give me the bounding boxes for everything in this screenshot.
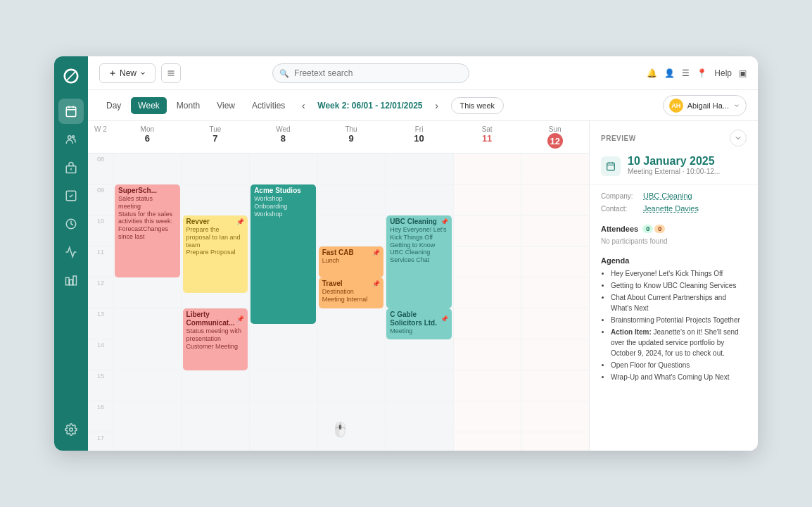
- contact-label: Contact:: [601, 205, 637, 213]
- sidebar-item-sales[interactable]: [58, 268, 84, 293]
- day-header-wed: Wed 8: [249, 121, 317, 153]
- week-range-label: Week 2: 06/01 - 12/01/2025: [315, 101, 425, 111]
- day-headers: W 2 Mon 6 Tue 7 Wed 8 Thu 9: [88, 121, 589, 154]
- event-sub2-revver: Prepare Proposal: [186, 249, 245, 256]
- event-title-fastcab: Fast CAB: [322, 249, 354, 257]
- event-title-ubc: UBC Cleaning: [390, 218, 437, 226]
- event-cgable[interactable]: C Gable Solicitors Ltd. 📌 Meeting: [386, 308, 452, 339]
- event-acme[interactable]: Acme Studios Workshop Onboarding Worksho…: [250, 184, 316, 324]
- this-week-button[interactable]: This week: [451, 97, 505, 114]
- event-info: 10 January 2025 Meeting External · 10:00…: [628, 155, 720, 175]
- cell-tue-17: [182, 432, 250, 451]
- menu-icon[interactable]: ☰: [682, 68, 690, 78]
- prev-week-button[interactable]: ‹: [295, 97, 312, 114]
- svg-rect-10: [66, 277, 70, 285]
- cell-thu-15: [317, 370, 386, 401]
- cell-sat-11: [453, 246, 521, 277]
- event-supersch[interactable]: SuperSch... Sales status meeting Status …: [115, 184, 180, 277]
- cal-header: Day Week Month View Activities ‹ Week 2:…: [88, 90, 758, 121]
- tab-view[interactable]: View: [210, 97, 242, 114]
- cell-sun-13: [521, 308, 589, 339]
- new-button[interactable]: New: [99, 63, 156, 83]
- event-title-cgable: C Gable Solicitors Ltd.: [390, 311, 440, 327]
- event-revver[interactable]: Revver 📌 Prepare the proposal to Ian and…: [183, 215, 248, 293]
- agenda-title: Agenda: [590, 251, 758, 268]
- tab-activities[interactable]: Activities: [245, 97, 292, 114]
- help-label[interactable]: Help: [714, 68, 732, 78]
- event-sub-supersch: Sales status meeting: [118, 195, 177, 211]
- search-icon: 🔍: [279, 68, 289, 77]
- time-15: 15: [88, 370, 113, 401]
- cell-mon-08: [113, 154, 182, 184]
- event-sub-liberty: Status meeting with presentation Custome…: [186, 327, 245, 350]
- cell-sun-14: [521, 339, 589, 370]
- contact-value[interactable]: Jeanette Davies: [643, 204, 699, 213]
- cell-tue-16: [182, 401, 250, 432]
- cell-fri-09: [385, 184, 453, 215]
- preview-label: PREVIEW: [601, 134, 636, 142]
- event-ubc[interactable]: UBC Cleaning 📌 Hey Everyone! Let's Kick …: [386, 215, 452, 308]
- cell-sun-16: [521, 401, 589, 432]
- time-grid-scroll[interactable]: 08 09: [88, 154, 589, 451]
- sidebar-item-contacts[interactable]: [58, 127, 84, 152]
- panel-header: PREVIEW: [590, 121, 758, 152]
- time-10: 10: [88, 215, 113, 246]
- cell-mon-16: [113, 401, 182, 432]
- agenda-item: Hey Everyone! Let's Kick Things Off: [611, 268, 747, 280]
- event-sub-travel: Meeting Internal: [322, 296, 381, 303]
- location-icon[interactable]: 📍: [697, 68, 707, 78]
- cell-thu-10: [317, 215, 386, 246]
- event-details-section: Company: UBC Cleaning Contact: Jeanette …: [590, 184, 758, 219]
- panel-event-header: 10 January 2025 Meeting External · 10:00…: [590, 152, 758, 184]
- cell-tue-08: [182, 154, 250, 184]
- next-week-button[interactable]: ›: [429, 97, 445, 114]
- event-liberty[interactable]: Liberty Communicat... 📌 Status meeting w…: [183, 308, 248, 370]
- cell-fri-16: [385, 401, 453, 432]
- cell-sun-15: [521, 370, 589, 401]
- day-header-fri: Fri 10: [385, 121, 453, 153]
- user-filter[interactable]: AH Abigail Ha...: [663, 95, 747, 116]
- sidebar-item-calendar[interactable]: [58, 99, 84, 124]
- tab-day[interactable]: Day: [99, 97, 128, 114]
- sidebar-item-settings[interactable]: [58, 417, 84, 442]
- cell-sun-08: [521, 154, 589, 184]
- time-08: 08: [88, 154, 113, 184]
- event-title-revver: Revver: [186, 218, 210, 226]
- cell-thu-13: [317, 308, 386, 339]
- tab-week[interactable]: Week: [131, 97, 166, 114]
- time-16: 16: [88, 401, 113, 432]
- cell-mon-12: [113, 277, 182, 308]
- search-input[interactable]: [272, 63, 469, 83]
- notification-icon[interactable]: 🔔: [647, 68, 657, 78]
- cell-wed-08: [249, 154, 317, 184]
- time-11: 11: [88, 246, 113, 277]
- cal-body: W 2 Mon 6 Tue 7 Wed 8 Thu 9: [88, 121, 758, 451]
- tab-month[interactable]: Month: [170, 97, 207, 114]
- time-17: 17: [88, 432, 113, 451]
- event-fastcab[interactable]: Fast CAB 📌 Lunch: [319, 246, 384, 277]
- time-14: 14: [88, 339, 113, 370]
- no-participants-text: No participants found: [590, 236, 758, 251]
- collapse-button[interactable]: [730, 130, 747, 146]
- preview-subtitle: Meeting External · 10:00-12...: [628, 168, 720, 175]
- cell-sat-15: [453, 370, 521, 401]
- sidebar-item-reports[interactable]: [58, 239, 84, 265]
- sidebar-toggle-icon[interactable]: ▣: [739, 68, 747, 78]
- company-label: Company:: [601, 192, 637, 200]
- list-view-button[interactable]: [161, 63, 181, 83]
- event-travel[interactable]: Travel 📌 Destination Meeting Internal: [319, 277, 384, 308]
- agenda-item: Action Item: Jeanette's on it! She'll se…: [611, 326, 747, 359]
- sidebar-item-deals[interactable]: [58, 211, 84, 237]
- sidebar-item-companies[interactable]: [58, 155, 84, 180]
- attendees-present: 0: [642, 225, 653, 233]
- cell-sat-13: [453, 308, 521, 339]
- event-sub-fastcab: Lunch: [322, 257, 381, 265]
- user-icon[interactable]: 👤: [664, 68, 675, 78]
- svg-point-13: [70, 428, 73, 432]
- attendees-section: Attendees 0 0: [590, 219, 758, 236]
- sidebar-item-tasks[interactable]: [58, 183, 84, 208]
- time-09: 09: [88, 184, 113, 215]
- user-name: Abigail Ha...: [687, 101, 729, 110]
- company-value[interactable]: UBC Cleaning: [643, 192, 692, 200]
- agenda-item: Chat About Current Partnerships and What…: [611, 292, 747, 314]
